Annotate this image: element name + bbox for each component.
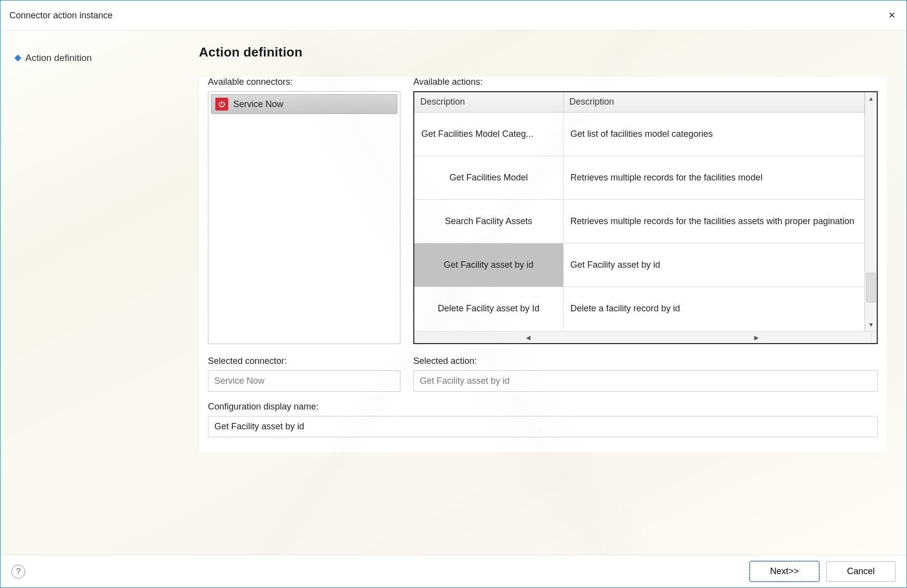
- diamond-icon: [14, 55, 21, 61]
- connector-item-service-now[interactable]: Service Now: [211, 94, 397, 114]
- action-name-cell: Delete Facility asset by Id: [414, 287, 563, 330]
- table-row[interactable]: Get Facility asset by id Get Facility as…: [414, 243, 865, 287]
- main-panel: Action definition Available connectors:: [184, 31, 907, 555]
- table-row[interactable]: Delete Facility asset by Id Delete a fac…: [414, 287, 865, 330]
- power-icon: [215, 98, 228, 111]
- help-icon: ?: [16, 567, 20, 577]
- available-actions-label: Available actions:: [413, 77, 878, 87]
- action-desc-cell: Get list of facilities model categories: [563, 112, 865, 156]
- table-row[interactable]: Search Facility Assets Retrieves multipl…: [414, 199, 865, 243]
- selected-action-label: Selected action:: [413, 356, 878, 366]
- action-desc-cell: Get Facility asset by id: [563, 243, 865, 287]
- horizontal-scrollbar[interactable]: ◀ ▶: [414, 331, 877, 343]
- selected-action-field[interactable]: [413, 370, 878, 392]
- actions-col-header-1[interactable]: Description: [563, 92, 865, 112]
- action-desc-cell: Retrieves multiple records for the facil…: [563, 156, 865, 199]
- sidebar-item-action-definition[interactable]: Action definition: [15, 51, 184, 65]
- config-name-label: Configuration display name:: [208, 402, 878, 412]
- config-name-row: Configuration display name:: [208, 402, 878, 437]
- table-row[interactable]: Get Facilities Model Categ... Get list o…: [414, 112, 865, 156]
- action-desc-cell: Delete a facility record by id: [563, 287, 865, 330]
- top-columns: Available connectors: Service Now: [208, 77, 878, 344]
- next-button[interactable]: Next>>: [750, 561, 819, 582]
- vertical-scrollbar[interactable]: ▲ ▼: [865, 92, 877, 331]
- close-icon: ✕: [888, 10, 896, 21]
- scrollbar-track[interactable]: [865, 104, 877, 319]
- actions-table-box: Description Description Get Facilities M…: [413, 91, 878, 344]
- scroll-up-arrow-icon[interactable]: ▲: [865, 93, 877, 104]
- action-name-cell: Get Facilities Model: [414, 156, 563, 199]
- action-desc-cell: Retrieves multiple records for the facil…: [563, 199, 865, 243]
- selected-connector-group: Selected connector:: [208, 356, 400, 392]
- scroll-down-arrow-icon[interactable]: ▼: [865, 319, 877, 330]
- actions-table-wrap: Description Description Get Facilities M…: [414, 92, 877, 331]
- actions-table: Description Description Get Facilities M…: [414, 92, 865, 330]
- help-button[interactable]: ?: [11, 565, 25, 579]
- table-row[interactable]: Get Facilities Model Retrieves multiple …: [414, 156, 865, 199]
- close-button[interactable]: ✕: [878, 5, 906, 25]
- actions-col-header-0[interactable]: Description: [414, 92, 563, 112]
- scrollbar-thumb[interactable]: [866, 273, 876, 302]
- action-name-cell: Search Facility Assets: [414, 199, 563, 243]
- wizard-sidebar: Action definition: [0, 31, 184, 555]
- dialog-footer: ? Next>> Cancel: [0, 555, 907, 588]
- available-connectors-label: Available connectors:: [208, 77, 400, 87]
- cancel-button[interactable]: Cancel: [826, 561, 896, 582]
- connector-list[interactable]: Service Now: [208, 91, 400, 344]
- config-name-field[interactable]: [208, 416, 878, 437]
- selected-connector-label: Selected connector:: [208, 356, 400, 366]
- connector-item-label: Service Now: [233, 99, 283, 110]
- scroll-left-arrow-icon[interactable]: ◀: [414, 332, 643, 343]
- selected-connector-field[interactable]: [208, 370, 400, 392]
- content-area: Action definition Action definition Avai…: [0, 31, 907, 555]
- action-name-cell: Get Facilities Model Categ...: [414, 112, 563, 156]
- selected-fields-row: Selected connector: Selected action:: [208, 356, 878, 392]
- sidebar-item-label: Action definition: [25, 53, 92, 63]
- footer-buttons: Next>> Cancel: [750, 561, 896, 582]
- selected-action-group: Selected action:: [413, 356, 878, 392]
- actions-table-scroll[interactable]: Description Description Get Facilities M…: [414, 92, 865, 331]
- action-name-cell: Get Facility asset by id: [414, 243, 563, 287]
- titlebar: Connector action instance ✕: [0, 0, 907, 31]
- actions-column: Available actions: Description Descripti…: [413, 77, 878, 344]
- dialog-window: Connector action instance ✕ Action defin…: [0, 0, 907, 588]
- scroll-right-arrow-icon[interactable]: ▶: [643, 332, 871, 343]
- form-card: Available connectors: Service Now: [199, 77, 887, 452]
- window-title: Connector action instance: [9, 10, 113, 21]
- connectors-column: Available connectors: Service Now: [208, 77, 400, 344]
- page-heading: Action definition: [199, 45, 887, 60]
